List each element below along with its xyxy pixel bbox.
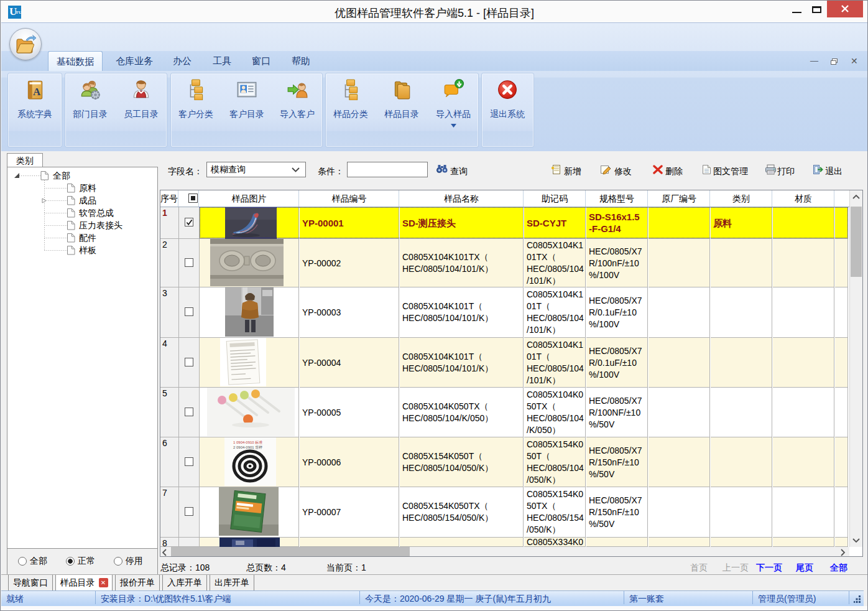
svg-text:2 0904-0901 货样: 2 0904-0901 货样	[233, 445, 262, 450]
svg-text:1 0904-0910 标准: 1 0904-0910 标准	[233, 441, 262, 445]
svg-text:A: A	[33, 86, 41, 98]
